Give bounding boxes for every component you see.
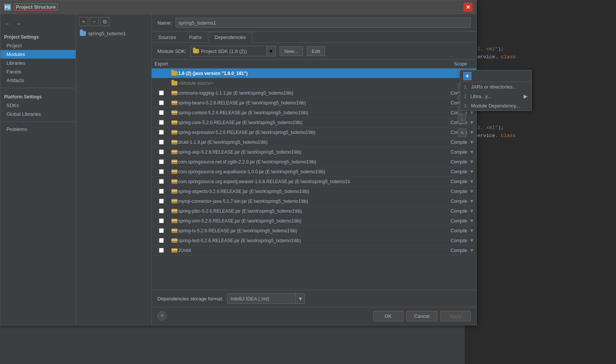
dep-check-3[interactable] — [152, 90, 171, 95]
dropdown-item-jars[interactable]: 1 JARs or directories... — [460, 82, 531, 92]
dep-arrow-17[interactable]: ▼ — [467, 228, 476, 233]
table-row[interactable]: spring-test-5.2.6.RELEASE.jar (E:\work\s… — [152, 236, 476, 246]
dep-arrow-10[interactable]: ▼ — [467, 159, 476, 165]
dep-name-14: mysql-connector-java-5.1.7-bin.jar (E:\w… — [178, 199, 429, 204]
dep-check-16[interactable] — [152, 218, 171, 223]
dep-scope-9: Compile — [429, 149, 467, 155]
ok-button[interactable]: OK — [373, 311, 403, 321]
dep-arrow-12[interactable]: ▼ — [467, 179, 476, 184]
table-row[interactable]: spring-beans-5.2.6.RELEASE.jar (E:\work\… — [152, 98, 476, 108]
dep-name-3: commons-logging-1.1.1.jar (E:\work\sprin… — [178, 90, 429, 96]
dropdown-item-module-dep[interactable]: 3 Module Dependency... — [460, 101, 531, 110]
name-input[interactable] — [176, 18, 471, 28]
sidebar-item-modules[interactable]: Modules — [0, 50, 76, 59]
sidebar-item-libraries[interactable]: Libraries — [0, 59, 76, 67]
table-row[interactable]: spring-core-5.2.6.RELEASE.jar (E:\work\s… — [152, 118, 476, 128]
dep-arrow-9[interactable]: ▼ — [467, 149, 476, 155]
table-row[interactable]: spring-jdbc-5.2.6.RELEASE.jar (E:\work\s… — [152, 206, 476, 216]
sidebar-item-sdks[interactable]: SDKs — [0, 101, 76, 110]
remove-module-button[interactable]: − — [90, 17, 99, 26]
sidebar-item-global-libraries[interactable]: Global Libraries — [0, 110, 76, 118]
dep-name-17: spring-tx-5.2.6.RELEASE.jar (E:\work\spr… — [178, 228, 429, 233]
dep-arrow-16[interactable]: ▼ — [467, 218, 476, 224]
table-row[interactable]: spring-tx-5.2.6.RELEASE.jar (E:\work\spr… — [152, 226, 476, 236]
table-row[interactable]: spring-expression-5.2.6.RELEASE.jar (E:\… — [152, 128, 476, 137]
table-row[interactable]: JUnit4 Compile ▼ — [152, 246, 476, 255]
dep-arrow-8[interactable]: ▼ — [467, 139, 476, 145]
dep-name-10: com.springsource.net.sf.cglib-2.2.0.jar … — [178, 159, 429, 165]
table-move-down-button[interactable]: ↓ — [458, 115, 466, 123]
platform-settings-label: Platform Settings — [0, 91, 76, 101]
sidebar-item-artifacts[interactable]: Artifacts — [0, 76, 76, 85]
sdk-edit-button[interactable]: Edit — [307, 46, 325, 56]
table-row[interactable]: mysql-connector-java-5.1.7-bin.jar (E:\w… — [152, 196, 476, 206]
dep-check-4[interactable] — [152, 100, 171, 105]
dep-check-15[interactable] — [152, 208, 171, 213]
dropdown-item-library[interactable]: 2 Libra...y... ▶ — [460, 92, 531, 101]
dep-check-11[interactable] — [152, 169, 171, 174]
dep-arrow-14[interactable]: ▼ — [467, 198, 476, 204]
table-row[interactable]: <Module source> — [152, 78, 476, 88]
dep-arrow-18[interactable]: ▼ — [467, 238, 476, 243]
module-item[interactable]: spring5_txdemo1 — [79, 29, 148, 38]
dep-check-19[interactable] — [152, 248, 171, 253]
dep-check-5[interactable] — [152, 110, 171, 115]
dep-check-10[interactable] — [152, 159, 171, 164]
module-tree-panel: + − ⧉ spring5_txdemo1 — [76, 14, 152, 325]
dep-arrow-6[interactable]: ▼ — [467, 120, 476, 125]
help-button[interactable]: ? — [157, 311, 166, 320]
table-row[interactable]: com.springsource.net.sf.cglib-2.2.0.jar … — [152, 157, 476, 167]
dropdown-label-module-dep: Module Dependency... — [471, 103, 520, 109]
table-row[interactable]: commons-logging-1.1.1.jar (E:\work\sprin… — [152, 88, 476, 98]
dep-check-12[interactable] — [152, 179, 171, 184]
dropdown-label-jars: JARs or directories... — [471, 84, 517, 90]
dep-check-8[interactable] — [152, 140, 171, 145]
dep-arrow-7[interactable]: ▼ — [467, 129, 476, 135]
table-row[interactable]: 1.8 (2) (java version "1.8.0_181") — [152, 68, 476, 78]
table-row[interactable]: com.springsource.org.aspectj.weaver-1.6.… — [152, 177, 476, 187]
copy-module-button[interactable]: ⧉ — [100, 17, 109, 26]
table-row[interactable]: druid-1.1.9.jar (E:\work\spring5_txdemo1… — [152, 137, 476, 147]
dep-arrow-13[interactable]: ▼ — [467, 188, 476, 194]
dropdown-header: + — [460, 70, 531, 82]
dropdown-num-2: 2 — [464, 94, 467, 99]
sdk-dropdown-arrow[interactable]: ▼ — [266, 46, 275, 56]
sidebar-item-project[interactable]: Project — [0, 41, 76, 50]
jar-icon-16 — [171, 219, 178, 223]
dep-check-6[interactable] — [152, 120, 171, 125]
format-dropdown-arrow[interactable]: ▼ — [296, 294, 305, 303]
jar-icon-10 — [171, 160, 178, 164]
dep-arrow-15[interactable]: ▼ — [467, 208, 476, 214]
table-row[interactable]: com.springsource.org.aopalliance-1.0.0.j… — [152, 167, 476, 177]
dep-name-16: spring-orm-5.2.6.RELEASE.jar (E:\work\sp… — [178, 218, 429, 224]
tab-sources[interactable]: Sources — [152, 32, 183, 43]
sidebar-item-problems[interactable]: Problems — [0, 125, 76, 134]
table-row[interactable]: spring-aspects-5.2.6.RELEASE.jar (E:\wor… — [152, 187, 476, 196]
dep-check-13[interactable] — [152, 189, 171, 194]
tab-paths[interactable]: Paths — [183, 32, 208, 43]
table-row[interactable]: spring-orm-5.2.6.RELEASE.jar (E:\work\sp… — [152, 216, 476, 226]
forward-button[interactable]: → — [14, 19, 23, 28]
dep-arrow-19[interactable]: ▼ — [467, 247, 476, 253]
background-code: "an1. xml"); erService. class "an2. xml"… — [465, 0, 616, 364]
dropdown-plus-button[interactable]: + — [463, 72, 471, 80]
dep-check-18[interactable] — [152, 238, 171, 243]
add-module-button[interactable]: + — [79, 17, 88, 26]
sdk-new-button[interactable]: New... — [280, 46, 303, 56]
close-button[interactable]: ✕ — [464, 3, 473, 12]
dep-arrow-11[interactable]: ▼ — [467, 169, 476, 174]
jar-icon-13 — [171, 189, 178, 194]
back-button[interactable]: ← — [3, 19, 12, 28]
dep-check-14[interactable] — [152, 199, 171, 204]
table-row[interactable]: spring-aop-5.2.6.RELEASE.jar (E:\work\sp… — [152, 147, 476, 157]
header-export: Export — [152, 61, 174, 67]
sidebar-item-facets[interactable]: Facets — [0, 67, 76, 76]
apply-button[interactable]: Apply — [440, 311, 471, 321]
table-edit-button[interactable]: ✎ — [458, 129, 466, 137]
tab-dependencies[interactable]: Dependencies — [208, 32, 252, 43]
dep-check-17[interactable] — [152, 228, 171, 233]
dep-check-7[interactable] — [152, 130, 171, 135]
cancel-button[interactable]: Cancel — [406, 311, 437, 321]
dep-check-9[interactable] — [152, 149, 171, 154]
table-row[interactable]: spring-context-5.2.6.RELEASE.jar (E:\wor… — [152, 108, 476, 118]
